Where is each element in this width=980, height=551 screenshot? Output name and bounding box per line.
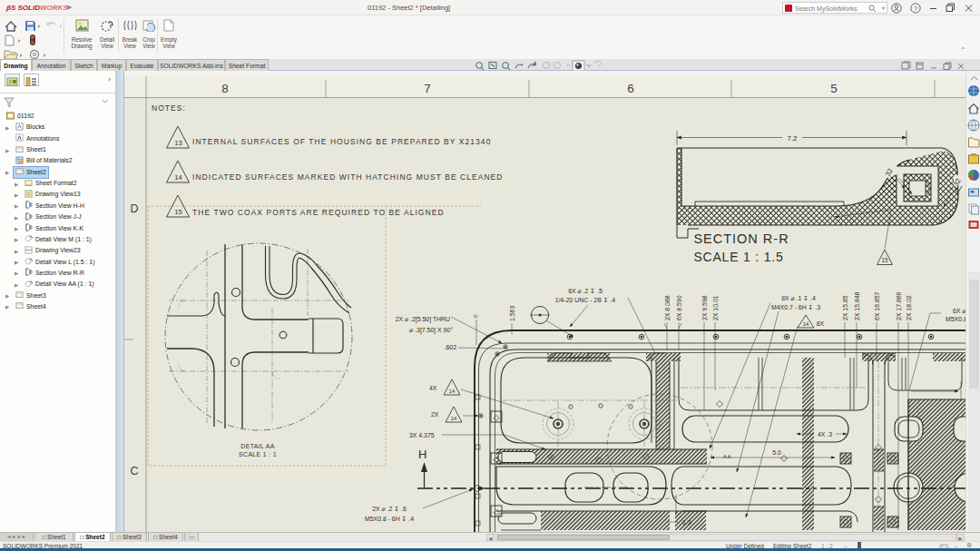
svg-text:.602: .602 bbox=[445, 344, 457, 350]
svg-text:6X 16.857: 6X 16.857 bbox=[874, 291, 880, 320]
svg-text:14: 14 bbox=[449, 389, 456, 394]
svg-text:15: 15 bbox=[881, 257, 888, 263]
svg-text:6X ⌀: 6X ⌀ bbox=[953, 308, 965, 314]
svg-text:D: D bbox=[130, 202, 138, 215]
svg-text:NOTES:: NOTES: bbox=[152, 103, 186, 113]
svg-text:3X 4.375: 3X 4.375 bbox=[409, 432, 435, 438]
svg-text:2X ⌀ .2[5.50] THRU: 2X ⌀ .2[5.50] THRU bbox=[396, 316, 450, 323]
svg-text:4X .3: 4X .3 bbox=[818, 431, 832, 438]
svg-text:H: H bbox=[418, 448, 426, 461]
svg-text:8X ⌀ .1 ↧ .4: 8X ⌀ .1 ↧ .4 bbox=[781, 295, 816, 301]
svg-text:INDICATED SURFACES MARKED WITH: INDICATED SURFACES MARKED WITH HATCHING … bbox=[192, 172, 504, 182]
svg-text:2X 8.088: 2X 8.088 bbox=[664, 295, 671, 320]
svg-text:2X ⌀ .2 ↧ .6: 2X ⌀ .2 ↧ .6 bbox=[372, 506, 407, 512]
svg-text:0: 0 bbox=[472, 314, 478, 318]
svg-text:1.563: 1.563 bbox=[509, 306, 515, 321]
svg-text:14: 14 bbox=[803, 321, 809, 327]
svg-text:M4X0.7 - 6H ↧ .3: M4X0.7 - 6H ↧ .3 bbox=[771, 304, 820, 310]
svg-text:2X 15.85: 2X 15.85 bbox=[842, 295, 848, 320]
svg-text:⌀ .3[7.50] X 90°: ⌀ .3[7.50] X 90° bbox=[409, 327, 453, 334]
svg-text:13: 13 bbox=[174, 139, 181, 147]
svg-text:1.3: 1.3 bbox=[682, 519, 691, 526]
svg-text:2X 15.848: 2X 15.848 bbox=[854, 291, 860, 320]
svg-text:8X: 8X bbox=[817, 320, 825, 327]
svg-text:14: 14 bbox=[174, 173, 181, 182]
svg-text:2X: 2X bbox=[431, 411, 439, 418]
svg-text:8: 8 bbox=[221, 82, 229, 95]
svg-text:2X 9.598: 2X 9.598 bbox=[701, 295, 708, 320]
svg-text:SCALE 1 : 1: SCALE 1 : 1 bbox=[239, 451, 277, 458]
svg-text:A A: A A bbox=[723, 454, 731, 459]
svg-text:4X: 4X bbox=[429, 385, 437, 391]
svg-text:6: 6 bbox=[627, 82, 634, 95]
svg-text:C: C bbox=[130, 465, 138, 477]
svg-text:7: 7 bbox=[424, 82, 431, 95]
svg-text:INTERNAL SURFACES OF THE HOUSI: INTERNAL SURFACES OF THE HOUSING BE PREP… bbox=[192, 137, 491, 146]
svg-text:6X 8.590: 6X 8.590 bbox=[676, 295, 682, 320]
svg-text:M5X0.8: M5X0.8 bbox=[946, 316, 965, 322]
svg-text:5: 5 bbox=[830, 82, 838, 95]
svg-text:14: 14 bbox=[451, 416, 457, 421]
svg-text:SCALE 1 : 1.5: SCALE 1 : 1.5 bbox=[693, 250, 783, 264]
svg-text:2X 10.01: 2X 10.01 bbox=[712, 295, 719, 320]
svg-text:1/4-20 UNC - 2B ↧ .4: 1/4-20 UNC - 2B ↧ .4 bbox=[555, 297, 615, 303]
svg-text:5.0: 5.0 bbox=[772, 449, 781, 456]
svg-text:SECTION R-R: SECTION R-R bbox=[693, 231, 789, 246]
svg-text:?: ? bbox=[914, 5, 917, 13]
svg-text:DETAIL AA: DETAIL AA bbox=[240, 443, 274, 449]
svg-text:THE TWO COAX PORTS ARE REQUIRE: THE TWO COAX PORTS ARE REQUIRED TO BE AL… bbox=[192, 208, 445, 217]
svg-text:M5X0.8 - 6H ↧ .4: M5X0.8 - 6H ↧ .4 bbox=[365, 516, 414, 522]
svg-text:6X ⌀ .2 ↧ .5: 6X ⌀ .2 ↧ .5 bbox=[568, 288, 603, 294]
svg-text:2X 17.866: 2X 17.866 bbox=[896, 291, 902, 320]
svg-text:15: 15 bbox=[174, 208, 181, 216]
svg-text:7.2: 7.2 bbox=[787, 134, 798, 143]
svg-text:2X 18.02: 2X 18.02 bbox=[906, 295, 912, 320]
